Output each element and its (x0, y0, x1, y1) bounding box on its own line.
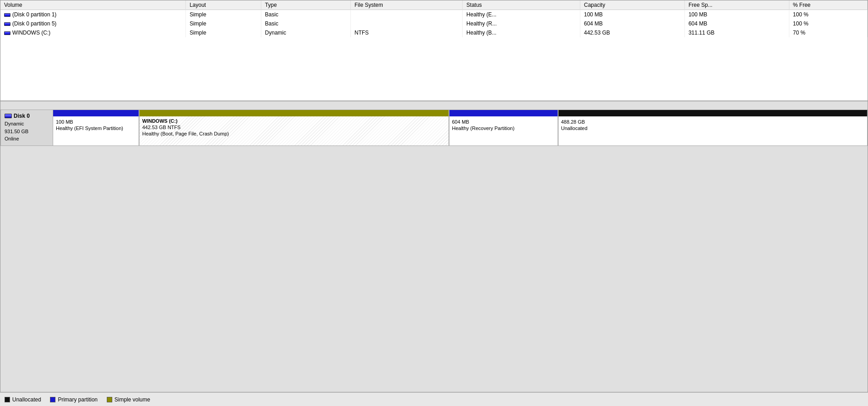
partition-windows-content: WINDOWS (C:) 442.53 GB NTFS Healthy (Boo… (140, 116, 449, 145)
cell-status: Healthy (R... (463, 19, 580, 28)
legend-item-simple: Simple volume (107, 396, 150, 403)
partition-windows-bar (140, 110, 449, 116)
cell-filesystem (350, 10, 462, 20)
disk-partitions: 100 MB Healthy (EFI System Partition) WI… (53, 110, 867, 145)
cell-status: Healthy (B... (463, 28, 580, 37)
cell-type: Dynamic (261, 28, 351, 37)
legend-box-unallocated (5, 397, 10, 402)
cell-percent-free: 70 % (789, 28, 867, 37)
cell-capacity: 442.53 GB (580, 28, 684, 37)
partition-windows-status: Healthy (Boot, Page File, Crash Dump) (142, 131, 446, 136)
volume-icon (4, 13, 10, 17)
cell-percent-free: 100 % (789, 19, 867, 28)
partition-recovery-content: 604 MB Healthy (Recovery Partition) (449, 116, 558, 145)
col-filesystem: File System (350, 0, 462, 10)
cell-layout: Simple (186, 28, 261, 37)
cell-free: 604 MB (684, 19, 789, 28)
volume-icon (4, 31, 10, 35)
col-volume: Volume (0, 0, 186, 10)
cell-volume: WINDOWS (C:) (0, 28, 186, 37)
volume-table: Volume Layout Type File System Status Ca… (0, 0, 868, 37)
table-row[interactable]: WINDOWS (C:) Simple Dynamic NTFS Healthy… (0, 28, 868, 37)
cell-percent-free: 100 % (789, 10, 867, 20)
cell-capacity: 100 MB (580, 10, 684, 20)
volume-icon (4, 22, 10, 26)
cell-type: Basic (261, 10, 351, 20)
partition-recovery-size: 604 MB (452, 119, 555, 125)
partition-unallocated-content: 488.28 GB Unallocated (559, 116, 868, 145)
cell-layout: Simple (186, 19, 261, 28)
cell-volume: (Disk 0 partition 1) (0, 10, 186, 20)
disk-row: Disk 0 Dynamic 931.50 GB Online 100 MB (0, 110, 868, 146)
legend-item-primary: Primary partition (50, 396, 97, 403)
legend-box-simple (107, 397, 112, 402)
legend: Unallocated Primary partition Simple vol… (0, 392, 868, 406)
partition-windows[interactable]: WINDOWS (C:) 442.53 GB NTFS Healthy (Boo… (140, 110, 449, 145)
disk-info: Dynamic 931.50 GB Online (5, 120, 49, 143)
partition-windows-name: WINDOWS (C:) (142, 118, 446, 124)
disk-map-area: Disk 0 Dynamic 931.50 GB Online 100 MB (0, 101, 868, 392)
disk-size: 931.50 GB (5, 129, 29, 134)
partition-unallocated-bar (559, 110, 868, 116)
legend-box-primary (50, 397, 55, 402)
cell-free: 311.11 GB (684, 28, 789, 37)
partition-unallocated[interactable]: 488.28 GB Unallocated (559, 110, 868, 145)
partition-efi-content: 100 MB Healthy (EFI System Partition) (53, 116, 139, 145)
disk-status: Online (5, 136, 19, 141)
disk-type: Dynamic (5, 121, 24, 126)
table-row[interactable]: (Disk 0 partition 1) Simple Basic Health… (0, 10, 868, 20)
legend-label-simple: Simple volume (115, 396, 150, 403)
partition-efi-bar (53, 110, 139, 116)
partition-unallocated-size: 488.28 GB (561, 119, 865, 125)
legend-label-unallocated: Unallocated (12, 396, 41, 403)
cell-status: Healthy (E... (463, 10, 580, 20)
col-type: Type (261, 0, 351, 10)
legend-item-unallocated: Unallocated (5, 396, 41, 403)
partition-recovery-bar (449, 110, 558, 116)
partition-recovery[interactable]: 604 MB Healthy (Recovery Partition) (449, 110, 559, 145)
partition-efi[interactable]: 100 MB Healthy (EFI System Partition) (53, 110, 140, 145)
col-status: Status (463, 0, 580, 10)
disk-drive-icon (5, 114, 12, 118)
partition-unallocated-status: Unallocated (561, 125, 865, 131)
disk-management-window: Volume Layout Type File System Status Ca… (0, 0, 868, 392)
disk-label-title: Disk 0 (5, 113, 49, 119)
legend-label-primary: Primary partition (58, 396, 97, 403)
partition-windows-size: 442.53 GB NTFS (142, 125, 446, 130)
volume-table-section: Volume Layout Type File System Status Ca… (0, 0, 868, 100)
cell-capacity: 604 MB (580, 19, 684, 28)
cell-type: Basic (261, 19, 351, 28)
disk-name: Disk 0 (14, 113, 30, 119)
cell-free: 100 MB (684, 10, 789, 20)
partition-efi-size: 100 MB (56, 119, 136, 125)
cell-filesystem: NTFS (350, 28, 462, 37)
cell-filesystem (350, 19, 462, 28)
partition-recovery-status: Healthy (Recovery Partition) (452, 125, 555, 131)
col-free-space: Free Sp... (684, 0, 789, 10)
col-capacity: Capacity (580, 0, 684, 10)
col-percent-free: % Free (789, 0, 867, 10)
table-header-row: Volume Layout Type File System Status Ca… (0, 0, 868, 10)
disk-label: Disk 0 Dynamic 931.50 GB Online (1, 110, 53, 145)
cell-layout: Simple (186, 10, 261, 20)
table-row[interactable]: (Disk 0 partition 5) Simple Basic Health… (0, 19, 868, 28)
cell-volume: (Disk 0 partition 5) (0, 19, 186, 28)
col-layout: Layout (186, 0, 261, 10)
disk-row-wrapper: Disk 0 Dynamic 931.50 GB Online 100 MB (0, 101, 868, 146)
partition-efi-status: Healthy (EFI System Partition) (56, 125, 136, 131)
